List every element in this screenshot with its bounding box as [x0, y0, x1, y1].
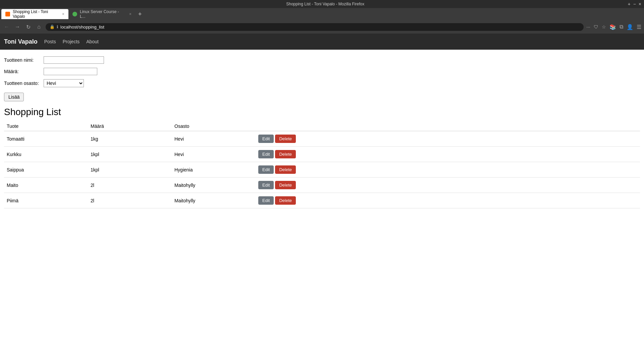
cell-amount-4: 2l [88, 193, 172, 208]
close-button[interactable]: × [639, 1, 641, 7]
delete-button-0[interactable]: Delete [275, 135, 296, 143]
cell-amount-1: 1kpl [88, 147, 172, 162]
edit-button-4[interactable]: Edit [258, 196, 274, 205]
cell-dept-1: Hevi [172, 147, 256, 162]
edit-button-0[interactable]: Edit [258, 135, 274, 143]
browser-title: Shopping List - Toni Vapalo - Mozilla Fi… [23, 2, 628, 6]
nav-link-projects[interactable]: Projects [63, 39, 80, 44]
shield-icon[interactable]: 🛡 [594, 24, 598, 30]
edit-button-2[interactable]: Edit [258, 165, 274, 174]
cell-actions-3: EditDelete [256, 178, 640, 193]
submit-row: Lisää [4, 91, 640, 101]
tab-linux-course[interactable]: Linux Server Course - L... × [68, 9, 136, 19]
account-icon[interactable]: 👤 [627, 24, 633, 30]
main-content: Tuotteen nimi: Määrä: Tuotteen osasto: H… [0, 50, 644, 215]
amount-label: Määrä: [4, 69, 41, 74]
col-header-product: Tuote [4, 121, 88, 131]
delete-button-4[interactable]: Delete [275, 196, 296, 205]
address-bar: ← → ↻ ⌂ 🔒 ℹ ··· 🛡 ☆ 📚 ⧉ 👤 ☰ [0, 20, 644, 34]
cell-amount-2: 1kpl [88, 162, 172, 178]
cell-product-4: Piimä [4, 193, 88, 208]
lock-icon: 🔒 [50, 24, 55, 29]
split-icon[interactable]: ⧉ [620, 24, 623, 30]
cell-actions-1: EditDelete [256, 147, 640, 162]
cell-actions-2: EditDelete [256, 162, 640, 178]
edit-button-3[interactable]: Edit [258, 181, 274, 189]
restore-button[interactable]: − [633, 1, 636, 7]
table-row: Piimä2lMaitohyllyEditDelete [4, 193, 640, 208]
reload-button[interactable]: ↻ [24, 24, 32, 30]
product-name-input[interactable] [44, 56, 104, 64]
info-icon: ℹ [57, 24, 58, 29]
firefox-menu-button[interactable]: ☰ [637, 24, 641, 30]
tab-close-1[interactable]: × [62, 12, 64, 16]
table-row: Tomaatti1kgHeviEditDelete [4, 131, 640, 147]
tab-close-2[interactable]: × [129, 12, 131, 16]
site-brand[interactable]: Toni Vapalo [4, 38, 38, 45]
product-label: Tuotteen nimi: [4, 57, 41, 63]
more-button[interactable]: ··· [586, 24, 590, 30]
toolbar-right: ··· 🛡 ☆ 📚 ⧉ 👤 ☰ [586, 24, 641, 30]
shopping-list-title: Shopping List [4, 107, 640, 117]
nav-link-about[interactable]: About [86, 39, 99, 44]
cell-product-1: Kurkku [4, 147, 88, 162]
window-controls[interactable]: + − × [628, 1, 641, 7]
site-navbar: Toni Vapalo Posts Projects About [0, 34, 644, 50]
cell-product-0: Tomaatti [4, 131, 88, 147]
cell-dept-0: Hevi [172, 131, 256, 147]
delete-button-2[interactable]: Delete [275, 165, 296, 174]
table-row: Kurkku1kplHeviEditDelete [4, 147, 640, 162]
cell-amount-3: 2l [88, 178, 172, 193]
library-icon[interactable]: 📚 [609, 24, 616, 30]
tab-label-2: Linux Server Course - L... [80, 9, 125, 19]
cell-dept-2: Hygienia [172, 162, 256, 178]
dept-row: Tuotteen osasto: Hevi Hygienia Maitohyll… [4, 79, 640, 87]
delete-button-1[interactable]: Delete [275, 150, 296, 158]
address-bar-wrap[interactable]: 🔒 ℹ [46, 23, 584, 31]
tab-icon-2 [72, 12, 77, 16]
product-name-row: Tuotteen nimi: [4, 56, 640, 64]
nav-link-posts[interactable]: Posts [44, 39, 56, 44]
table-row: Saippua1kplHygieniaEditDelete [4, 162, 640, 178]
home-button[interactable]: ⌂ [35, 24, 43, 30]
cell-amount-0: 1kg [88, 131, 172, 147]
col-header-amount: Määrä [88, 121, 172, 131]
dept-label: Tuotteen osasto: [4, 81, 41, 86]
tab-shopping-list[interactable]: Shopping List - Toni Vapalo × [1, 9, 68, 19]
tab-label-1: Shopping List - Toni Vapalo [13, 9, 58, 19]
title-bar: Shopping List - Toni Vapalo - Mozilla Fi… [0, 0, 644, 8]
star-icon[interactable]: ☆ [602, 24, 606, 30]
delete-button-3[interactable]: Delete [275, 181, 296, 189]
cell-dept-3: Maitohylly [172, 178, 256, 193]
cell-actions-0: EditDelete [256, 131, 640, 147]
col-header-dept: Osasto [172, 121, 256, 131]
forward-button[interactable]: → [13, 24, 21, 30]
tab-bar: Shopping List - Toni Vapalo × Linux Serv… [0, 8, 644, 20]
edit-button-1[interactable]: Edit [258, 150, 274, 158]
cell-product-3: Maito [4, 178, 88, 193]
minimize-button[interactable]: + [628, 1, 630, 7]
table-header-row: Tuote Määrä Osasto [4, 121, 640, 131]
submit-button[interactable]: Lisää [4, 93, 24, 101]
table-row: Maito2lMaitohyllyEditDelete [4, 178, 640, 193]
new-tab-button[interactable]: + [136, 11, 145, 18]
shopping-table: Tuote Määrä Osasto Tomaatti1kgHeviEditDe… [4, 121, 640, 208]
dept-select[interactable]: Hevi Hygienia Maitohylly Liha Pakasteet [44, 79, 84, 87]
address-input[interactable] [60, 24, 580, 30]
firefox-icon [5, 12, 10, 16]
cell-actions-4: EditDelete [256, 193, 640, 208]
cell-product-2: Saippua [4, 162, 88, 178]
cell-dept-4: Maitohylly [172, 193, 256, 208]
col-header-actions [256, 121, 640, 131]
back-button[interactable]: ← [3, 24, 11, 30]
amount-row: Määrä: [4, 68, 640, 75]
amount-input[interactable] [44, 68, 97, 75]
